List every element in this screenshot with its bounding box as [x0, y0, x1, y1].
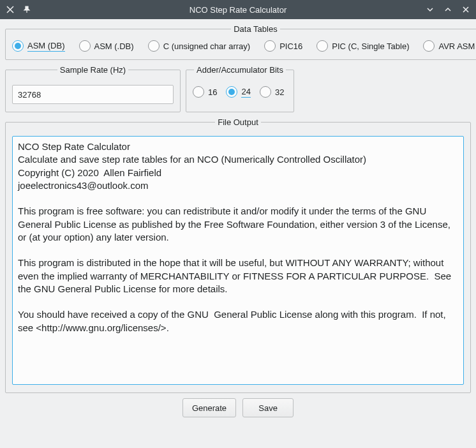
save-button[interactable]: Save — [242, 398, 294, 417]
window-content: Data Tables ASM (DB) ASM (.DB) C (unsign… — [0, 19, 476, 422]
file-output-legend: File Output — [215, 117, 261, 127]
radio-label: PIC (C, Single Table) — [332, 41, 409, 51]
sample-rate-input[interactable] — [12, 85, 174, 104]
radio-label: 24 — [241, 87, 250, 98]
radio-dot-icon — [264, 40, 276, 52]
radio-bits-32[interactable]: 32 — [260, 86, 284, 98]
radio-dot-icon — [193, 86, 204, 98]
radio-label: ASM (.DB) — [94, 41, 134, 51]
window-title: NCO Step Rate Calculator — [0, 5, 476, 15]
radio-label: ASM (DB) — [27, 41, 65, 52]
radio-dot-icon — [79, 40, 91, 52]
close-icon[interactable] — [461, 4, 471, 15]
button-row: Generate Save — [5, 398, 471, 417]
radio-dot-icon — [12, 40, 24, 52]
maximize-icon[interactable] — [443, 4, 453, 15]
radio-dot-icon — [148, 40, 160, 52]
data-tables-legend: Data Tables — [231, 24, 279, 34]
radio-label: PIC16 — [279, 41, 302, 51]
radio-label: 16 — [208, 87, 217, 97]
titlebar: NCO Step Rate Calculator — [0, 0, 476, 19]
radio-asm-dot-db[interactable]: ASM (.DB) — [79, 40, 134, 52]
radio-avr-asm-dw[interactable]: AVR ASM (.DW) — [423, 40, 476, 52]
radio-label: C (unsigned char array) — [163, 41, 251, 51]
radio-dot-icon — [423, 40, 435, 52]
radio-pic16[interactable]: PIC16 — [264, 40, 302, 52]
generate-button[interactable]: Generate — [182, 398, 236, 417]
app-menu-icon[interactable] — [5, 4, 15, 15]
radio-asm-db[interactable]: ASM (DB) — [12, 40, 65, 52]
radio-dot-icon — [260, 86, 271, 98]
bits-legend: Adder/Accumulator Bits — [194, 65, 286, 75]
radio-bits-24[interactable]: 24 — [226, 86, 250, 98]
sample-rate-group: Sample Rate (Hz) — [5, 65, 181, 112]
radio-dot-icon — [316, 40, 328, 52]
minimize-icon[interactable] — [425, 4, 435, 15]
pin-icon[interactable] — [22, 4, 32, 15]
file-output-group: File Output NCO Step Rate Calculator Cal… — [5, 117, 471, 393]
radio-c-uchar[interactable]: C (unsigned char array) — [148, 40, 251, 52]
sample-rate-legend: Sample Rate (Hz) — [57, 65, 128, 75]
bits-group: Adder/Accumulator Bits 16 24 32 — [186, 65, 294, 112]
radio-label: 32 — [275, 87, 284, 97]
radio-label: AVR ASM (.DW) — [438, 41, 476, 51]
radio-pic-c-single[interactable]: PIC (C, Single Table) — [316, 40, 409, 52]
radio-dot-icon — [226, 86, 237, 98]
data-tables-group: Data Tables ASM (DB) ASM (.DB) C (unsign… — [5, 24, 476, 60]
file-output-textarea[interactable]: NCO Step Rate Calculator Calculate and s… — [12, 136, 464, 385]
radio-bits-16[interactable]: 16 — [193, 86, 217, 98]
